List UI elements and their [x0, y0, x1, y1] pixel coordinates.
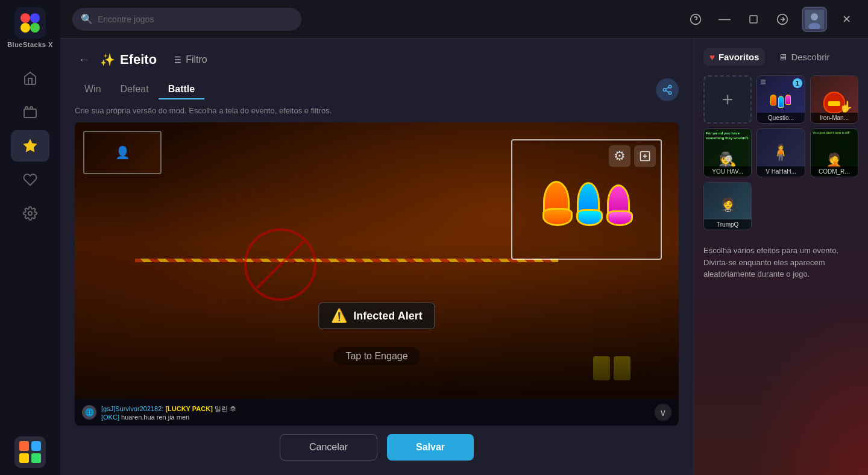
svg-point-26 — [668, 86, 671, 89]
panel-title: ✨ Efeito — [100, 52, 157, 68]
topbar: 🔍 — — [60, 0, 868, 39]
share-button[interactable] — [656, 78, 679, 101]
magic-wand-icon: ✨ — [100, 52, 115, 67]
editor-panel: ← ✨ Efeito — [60, 39, 693, 475]
minimize-button[interactable]: — — [715, 10, 734, 29]
chat-line-1: [gsJ]Survivor202182: [LUCKY PACK] 밀린 후 — [101, 404, 650, 414]
effect-label-ironman: Iron-Man... — [811, 113, 858, 123]
panel-header: ← ✨ Efeito — [75, 51, 679, 69]
svg-point-28 — [668, 92, 671, 95]
filter-button[interactable]: Filtro — [166, 52, 212, 68]
save-button[interactable]: Salvar — [387, 434, 474, 461]
help-button[interactable] — [686, 10, 705, 29]
logo-area: BlueStacks X — [7, 7, 53, 48]
tab-battle[interactable]: Battle — [159, 80, 204, 99]
right-panel-header: ♥ Favoritos 🖥 Descobrir — [703, 48, 858, 66]
svg-rect-10 — [31, 441, 41, 451]
infected-alert: ⚠️ Infected Alert — [318, 303, 435, 329]
svg-point-2 — [30, 13, 40, 23]
search-icon: 🔍 — [81, 13, 93, 25]
svg-point-1 — [20, 13, 30, 23]
sidebar-item-starred[interactable] — [11, 130, 49, 162]
bluestacks-logo-bottom[interactable] — [14, 436, 46, 468]
svg-rect-0 — [14, 7, 46, 39]
selection-box[interactable]: ⚙ — [511, 139, 662, 260]
effect-label-youhav: YOU HAV... — [704, 166, 751, 177]
tabs-row: Win Defeat Battle — [75, 78, 679, 101]
effect-card-vhahah[interactable]: 🧍 V HaHaH... — [756, 128, 805, 177]
tap-engage-text[interactable]: Tap to Engage — [333, 347, 420, 365]
right-panel: ♥ Favoritos 🖥 Descobrir + — [693, 39, 868, 475]
add-effect-card[interactable]: + — [703, 75, 752, 124]
svg-rect-8 — [14, 436, 46, 468]
sidebar-bottom — [14, 436, 46, 468]
content-area: ← ✨ Efeito — [60, 39, 868, 475]
panel-title-area: ✨ Efeito Filtro — [100, 52, 212, 68]
sidebar-nav — [11, 63, 49, 432]
sidebar-item-settings[interactable] — [11, 198, 49, 229]
main-content: 🔍 — — [60, 0, 868, 475]
sidebar: BlueStacks X — [0, 0, 60, 475]
effect-label-codm: CODM_R... — [811, 166, 858, 177]
app-name: BlueStacks X — [7, 41, 53, 48]
svg-line-29 — [665, 90, 668, 92]
svg-rect-5 — [24, 109, 36, 118]
svg-rect-9 — [19, 441, 29, 451]
effect-card-trumpq[interactable]: 🤵 TrumpQ — [703, 182, 752, 230]
game-canvas[interactable]: 👤 ⚙ — [75, 122, 679, 426]
action-buttons: Cancelar Salvar — [75, 426, 679, 463]
monitor-icon: 🖥 — [778, 52, 787, 62]
svg-rect-12 — [31, 453, 41, 463]
forward-button[interactable] — [773, 10, 792, 29]
svg-point-4 — [30, 23, 40, 33]
sidebar-item-home[interactable] — [11, 63, 49, 94]
effects-grid: + Questio... 1 — [703, 75, 858, 230]
game-background: 👤 ⚙ — [75, 122, 679, 426]
close-button[interactable]: ✕ — [837, 10, 856, 29]
emote-figure-1 — [543, 181, 570, 223]
subtitle: Crie sua própria versão do mod. Escolha … — [75, 106, 679, 115]
discover-tab[interactable]: 🖥 Descobrir — [772, 48, 835, 66]
app-logo[interactable] — [14, 7, 46, 39]
svg-point-27 — [663, 89, 666, 92]
effect-card-youhav[interactable]: For we nd you have something they wouldn… — [703, 128, 752, 177]
right-panel-description: Escolha vários efeitos para um evento. D… — [703, 245, 858, 280]
search-box[interactable]: 🔍 — [72, 8, 301, 31]
tab-defeat[interactable]: Defeat — [111, 80, 159, 99]
topbar-right: — ✕ — [686, 7, 856, 32]
effect-label-question: Questio... — [757, 113, 804, 123]
tab-win[interactable]: Win — [75, 80, 111, 99]
add-icon: + — [722, 89, 734, 111]
chat-scroll-down[interactable]: ∨ — [655, 404, 671, 421]
sidebar-item-favorites[interactable] — [11, 164, 49, 195]
svg-marker-6 — [24, 140, 36, 151]
chat-avatar: 🌐 — [82, 405, 96, 420]
warning-icon: ⚠️ — [331, 308, 347, 324]
overlay-add-icon[interactable] — [634, 145, 656, 167]
effect-card-codm[interactable]: You just don't turn it off! 🤦 CODM_R... — [810, 128, 858, 177]
preview-box: 👤 — [83, 131, 162, 174]
effect-card-question[interactable]: Questio... 1 — [756, 75, 805, 124]
svg-point-7 — [28, 212, 32, 215]
effect-card-ironman[interactable]: 👆 Iron-Man... — [810, 75, 858, 124]
svg-rect-11 — [19, 453, 29, 463]
search-input[interactable] — [98, 14, 293, 24]
user-avatar[interactable] — [802, 7, 827, 32]
emote-figures — [543, 176, 630, 223]
chat-overlay: 🌐 [gsJ]Survivor202182: [LUCKY PACK] 밀린 후… — [75, 399, 679, 426]
chat-line-2: [OKC] huaren.hua ren jia men — [101, 414, 650, 421]
svg-point-18 — [811, 13, 818, 20]
sidebar-item-store[interactable] — [11, 96, 49, 128]
effect-label-trumpq: TrumpQ — [704, 219, 751, 230]
svg-point-3 — [20, 23, 30, 33]
maximize-button[interactable] — [744, 10, 763, 29]
cancel-button[interactable]: Cancelar — [280, 434, 377, 461]
favorites-tab[interactable]: ♥ Favoritos — [703, 48, 765, 66]
effect-label-vhahah: V HaHaH... — [757, 166, 804, 177]
emote-figure-3 — [607, 184, 630, 223]
back-button[interactable]: ← — [75, 51, 93, 69]
emote-figure-2 — [577, 182, 600, 223]
overlay-gear-icon[interactable]: ⚙ — [609, 145, 631, 167]
effect-badge-question: 1 — [793, 78, 802, 88]
right-panel-bg — [747, 294, 868, 475]
